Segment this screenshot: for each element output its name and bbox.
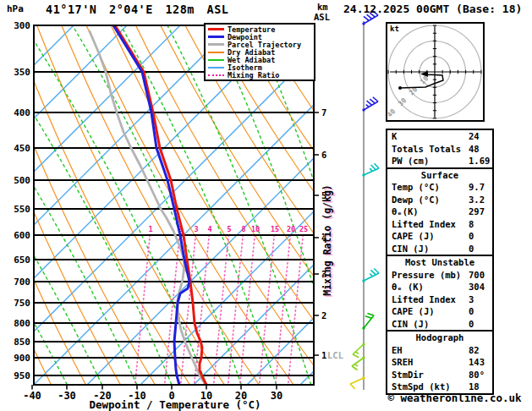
table-row: CAPE (J)0 xyxy=(387,230,492,243)
table-row-value: 82 xyxy=(469,344,480,357)
legend-line-sample xyxy=(208,67,224,68)
svg-text:1: 1 xyxy=(148,225,152,233)
legend-line-sample xyxy=(208,36,224,38)
table-row-value: 48 xyxy=(469,143,480,156)
svg-text:8: 8 xyxy=(241,225,245,233)
svg-text:30: 30 xyxy=(271,390,282,402)
svg-text:800: 800 xyxy=(14,318,30,329)
hodograph: 10203040kt xyxy=(386,23,484,121)
svg-text:3: 3 xyxy=(194,225,198,233)
skewt-sounding-app: 3003504004505005506006507007508008509009… xyxy=(0,0,532,411)
altitude-axis-unit-km: km xyxy=(317,2,328,12)
table-row-label: SREH xyxy=(392,357,413,367)
legend-item-label: Dry Adiabat xyxy=(228,49,275,56)
table-row: CIN (J)0 xyxy=(387,318,492,331)
legend-item: Parcel Trajectory xyxy=(206,41,314,48)
legend: TemperatureDewpointParcel TrajectoryDry … xyxy=(204,23,315,81)
table-row-value: 304 xyxy=(469,281,485,293)
legend-line-sample xyxy=(208,59,224,61)
legend-item-label: Temperature xyxy=(228,26,275,33)
table-row-label: CIN (J) xyxy=(392,319,429,329)
legend-item: Isotherm xyxy=(206,64,314,71)
wind-barb xyxy=(362,97,378,112)
x-axis-title: Dewpoint / Temperature (°C) xyxy=(89,398,261,411)
svg-text:2: 2 xyxy=(321,310,326,321)
svg-text:700: 700 xyxy=(14,277,30,288)
table-row-value: 1.69 xyxy=(469,155,490,167)
pressure-axis-unit: hPa xyxy=(7,3,24,14)
indices-table: K24Totals Totals48PW (cm)1.69SurfaceTemp… xyxy=(386,129,494,395)
svg-text:750: 750 xyxy=(14,298,30,309)
table-row-value: 8 xyxy=(469,218,474,231)
table-row: θₑ (K)304 xyxy=(387,281,492,293)
svg-text:4: 4 xyxy=(207,225,211,233)
table-row: Pressure (mb)700 xyxy=(387,269,492,282)
legend-line-sample xyxy=(208,43,224,46)
svg-text:450: 450 xyxy=(14,143,30,154)
dewpoint-curve xyxy=(113,25,189,385)
svg-text:-30: -30 xyxy=(58,390,76,402)
table-row-value: 24 xyxy=(469,130,480,143)
table-row-value: 9.7 xyxy=(469,181,485,194)
table-row-value: 3.2 xyxy=(469,194,485,206)
table-row-value: 0 xyxy=(469,243,474,255)
table-row-value: 297 xyxy=(469,206,485,218)
svg-text:6: 6 xyxy=(321,150,326,160)
table-row-value: 0 xyxy=(469,318,474,331)
table-row-label: StmDir xyxy=(392,370,424,380)
legend-item: Mixing Ratio xyxy=(206,72,314,79)
table-section-header: Most Unstable xyxy=(387,255,492,269)
table-row-label: CAPE (J) xyxy=(392,231,435,241)
table-row-value: 0 xyxy=(469,230,474,243)
table-row: Dewp (°C)3.2 xyxy=(387,194,492,206)
mixing-ratio-axis-title: Mixing Ratio (g/kg) xyxy=(321,184,333,296)
svg-text:950: 950 xyxy=(14,370,30,381)
table-row-label: EH xyxy=(392,345,403,355)
table-row: CIN (J)0 xyxy=(387,243,492,255)
svg-text:300: 300 xyxy=(14,20,30,31)
svg-text:10: 10 xyxy=(251,225,260,233)
svg-text:600: 600 xyxy=(14,230,30,241)
table-row-label: K xyxy=(392,131,397,141)
table-row-value: 3 xyxy=(469,293,474,306)
table-row-label: Lifted Index xyxy=(392,219,456,229)
table-row-label: CIN (J) xyxy=(392,244,429,254)
hodograph-unit-label: kt xyxy=(390,25,399,33)
table-row: PW (cm)1.69 xyxy=(387,155,492,167)
station-title: 41°17'N 2°04'E 128m ASL xyxy=(46,3,228,16)
table-row-label: Totals Totals xyxy=(392,144,461,154)
table-row-label: StmSpd (kt) xyxy=(392,381,451,392)
legend-line-sample xyxy=(208,28,224,30)
wind-barb xyxy=(350,376,365,388)
legend-item-label: Mixing Ratio xyxy=(228,72,279,79)
svg-text:550: 550 xyxy=(14,204,30,215)
table-row-value: 143 xyxy=(469,356,485,369)
legend-item: Dewpoint xyxy=(206,34,314,41)
svg-text:20: 20 xyxy=(287,225,295,233)
legend-line-sample xyxy=(208,52,224,53)
table-row-value: 700 xyxy=(469,269,485,282)
svg-text:-40: -40 xyxy=(23,390,41,402)
wind-barb xyxy=(362,269,379,282)
table-row-label: Lifted Index xyxy=(392,294,456,304)
svg-text:350: 350 xyxy=(14,67,30,78)
table-row-label: Pressure (mb) xyxy=(392,270,461,280)
wind-barb xyxy=(362,163,379,176)
table-row: CAPE (J)0 xyxy=(387,305,492,318)
legend-item-label: Parcel Trajectory xyxy=(228,41,301,48)
legend-line-sample xyxy=(208,74,224,76)
svg-text:500: 500 xyxy=(14,175,30,186)
svg-text:15: 15 xyxy=(271,225,279,233)
legend-item-label: Dewpoint xyxy=(228,34,262,41)
table-row-label: θₑ (K) xyxy=(392,282,424,292)
legend-item-label: Isotherm xyxy=(228,64,262,71)
svg-text:900: 900 xyxy=(14,353,30,364)
table-row-label: CAPE (J) xyxy=(392,306,435,316)
copyright: © weatheronline.co.uk xyxy=(377,392,532,404)
svg-text:650: 650 xyxy=(14,255,30,266)
svg-text:7: 7 xyxy=(321,107,326,118)
svg-text:5: 5 xyxy=(227,225,231,233)
run-datetime: 24.12.2025 00GMT (Base: 18) xyxy=(343,3,522,15)
table-row: EH82 xyxy=(387,344,492,357)
lcl-label: LCL xyxy=(327,350,343,360)
